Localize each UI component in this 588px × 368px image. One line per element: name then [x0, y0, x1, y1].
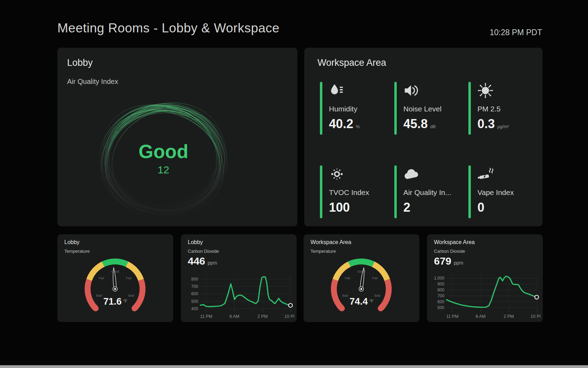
metric-tile-tvoc: TVOC Index 100 [320, 165, 391, 218]
svg-text:Fair: Fair [345, 276, 350, 280]
svg-text:11 PM: 11 PM [446, 314, 458, 319]
metric-label: Noise Level [403, 105, 442, 113]
metric-accent-bar [394, 165, 397, 218]
svg-text:2 PM: 2 PM [504, 314, 514, 319]
metric-tile-noise: Noise Level 45.8dB [394, 82, 466, 135]
svg-text:500: 500 [191, 299, 198, 304]
metric-unit: µg/m³ [497, 124, 509, 129]
metric-value: 2 [403, 200, 410, 215]
svg-text:1,000: 1,000 [434, 276, 444, 281]
metric-label: Air Quality In... [403, 188, 451, 197]
gauge-value: 71.6°F [57, 296, 173, 307]
workspace-metrics-card: Workspace Area Humidity 40.2% Noise Leve… [304, 48, 542, 226]
co2-line-chart: 11 PM6 AM2 PM10 PM1,000900800700600500 [430, 271, 540, 321]
co2-unit: ppm [208, 260, 217, 266]
svg-text:10 PM: 10 PM [284, 314, 294, 319]
metric-unit: % [356, 124, 360, 129]
card-subtitle: Carbon Dioxide [434, 249, 465, 254]
metric-tile-pm25: PM 2.5 0.3µg/m³ [468, 82, 540, 135]
card-title: Workspace Area [434, 239, 475, 245]
svg-text:700: 700 [191, 284, 198, 289]
co2-line-chart: 11 PM6 AM2 PM10 PM800700600500400 [184, 271, 294, 321]
metric-unit: dB [430, 124, 436, 129]
svg-text:Fair: Fair [98, 276, 104, 280]
svg-text:500: 500 [437, 305, 444, 310]
metric-accent-bar [468, 82, 471, 135]
svg-text:10 PM: 10 PM [531, 314, 540, 319]
svg-text:Fair: Fair [126, 276, 131, 280]
workspace-co2-card: Workspace Area Carbon Dioxide 679ppm 11 … [427, 234, 543, 322]
metric-accent-bar [468, 165, 471, 218]
metric-value: 100 [329, 200, 350, 215]
metric-value: 45.8 [403, 117, 428, 131]
aqi-status-text: Good [87, 142, 240, 162]
metric-tile-humidity: Humidity 40.2% [320, 82, 391, 135]
metric-value: 0.3 [477, 117, 495, 131]
card-title: Lobby [67, 57, 93, 68]
temperature-gauge: GoodFairFairBadBad [325, 255, 398, 321]
page-title: Meeting Rooms - Lobby & Workspace [57, 21, 280, 36]
workspace-temperature-card: Workspace Area Temperature GoodFairFairB… [304, 234, 419, 322]
co2-unit: ppm [454, 260, 463, 266]
metric-accent-bar [320, 165, 322, 218]
metric-label: Vape Index [477, 188, 514, 197]
temperature-gauge: GoodFairFairBadBad [79, 255, 152, 321]
lobby-aqi-card: Lobby Air Quality Index Good 12 [57, 48, 297, 226]
metric-accent-bar [394, 82, 397, 135]
metric-accent-bar [320, 82, 322, 135]
svg-text:2 PM: 2 PM [258, 314, 268, 319]
noise-speaker-icon [403, 83, 442, 100]
gauge-value: 74.4°F [304, 296, 419, 307]
card-title: Workspace Area [311, 239, 351, 245]
metric-tile-air-quality: Air Quality In... 2 [394, 165, 466, 218]
svg-text:6 AM: 6 AM [476, 314, 486, 319]
card-subtitle: Air Quality Index [67, 78, 118, 86]
gauge-unit: °F [123, 299, 127, 304]
svg-text:600: 600 [437, 299, 444, 304]
svg-text:800: 800 [191, 277, 198, 282]
co2-reading: 679ppm [434, 255, 463, 267]
svg-text:800: 800 [437, 288, 444, 292]
lobby-co2-card: Lobby Carbon Dioxide 446ppm 11 PM6 AM2 P… [181, 234, 297, 322]
aqi-reading: Good 12 [87, 142, 240, 176]
card-subtitle: Temperature [64, 249, 90, 254]
humidity-droplet-icon [329, 83, 360, 100]
svg-text:11 PM: 11 PM [200, 314, 212, 319]
card-title: Workspace Area [317, 57, 386, 68]
tvoc-molecule-icon [329, 166, 369, 183]
svg-text:700: 700 [437, 293, 444, 298]
metric-tile-vape: Vape Index 0 [468, 165, 540, 218]
vape-pen-icon [477, 166, 514, 183]
clock: 10:28 PM PDT [490, 28, 542, 37]
svg-text:Good: Good [111, 269, 119, 273]
metric-value: 0 [477, 200, 484, 215]
metric-label: Humidity [329, 105, 360, 113]
metric-value: 40.2 [329, 117, 353, 131]
gauge-unit: °F [369, 299, 373, 304]
aqi-value: 12 [87, 164, 240, 176]
lobby-temperature-card: Lobby Temperature GoodFairFairBadBad 71.… [57, 234, 173, 322]
aqi-cloud-icon [403, 166, 451, 183]
card-title: Lobby [64, 239, 80, 245]
metric-label: TVOC Index [329, 188, 369, 197]
svg-text:600: 600 [191, 291, 198, 296]
card-subtitle: Carbon Dioxide [188, 249, 219, 254]
card-title: Lobby [188, 239, 203, 245]
screen-bottom-edge [0, 365, 588, 368]
svg-text:400: 400 [191, 306, 198, 311]
svg-text:Fair: Fair [372, 276, 378, 280]
metric-label: PM 2.5 [477, 105, 509, 113]
card-subtitle: Temperature [311, 249, 336, 254]
co2-reading: 446ppm [188, 255, 217, 267]
pm25-particle-icon [477, 83, 509, 100]
dashboard-page: Meeting Rooms - Lobby & Workspace 10:28 … [0, 0, 588, 368]
svg-text:900: 900 [437, 282, 444, 287]
svg-text:6 AM: 6 AM [229, 314, 240, 319]
